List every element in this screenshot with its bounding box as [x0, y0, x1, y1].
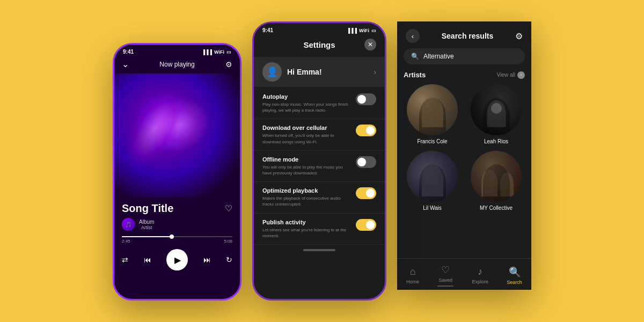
artist-name-3: Lil Wais — [423, 205, 442, 211]
user-row[interactable]: 👤 Hi Emma! › — [254, 57, 385, 87]
artist-row: 🎵 Album Artist — [122, 218, 232, 231]
nav-search[interactable]: 🔍 Search — [507, 266, 522, 285]
album-name: Album — [139, 219, 154, 225]
search-input-row: 🔍 Alternative — [397, 48, 531, 71]
play-button[interactable]: ▶ — [166, 249, 188, 270]
toggle-offline[interactable] — [356, 156, 376, 168]
toggle-thumb-autoplay — [357, 95, 366, 104]
search-label: Search — [507, 280, 522, 285]
battery-icon: ▭ — [226, 49, 231, 55]
toggle-thumb-cellular — [366, 126, 375, 135]
home-icon: ⌂ — [410, 266, 416, 277]
phone-search: ‹ Search results ⚙ 🔍 Alternative Artists… — [397, 21, 531, 290]
time-elapsed: 2:45 — [122, 239, 130, 244]
settings-item-offline: Offline mode You will only be able to pl… — [254, 151, 385, 182]
top-bar-1: ⌄ Now playing ⚙ — [114, 57, 240, 74]
artist-card-3[interactable]: Lil Wais — [404, 151, 461, 211]
settings-item-playback: Optimized playback Makes the playback of… — [254, 182, 385, 213]
time-row: 2:45 5:08 — [122, 239, 232, 244]
artist-card-4[interactable]: MY Collective — [467, 151, 525, 211]
search-nav-icon: 🔍 — [509, 266, 521, 278]
status-bar-1: 9:41 ▐▐▐ WiFi ▭ — [114, 45, 240, 57]
progress-fill — [122, 236, 172, 237]
saved-label: Saved — [439, 277, 453, 283]
song-title: Song Title — [122, 202, 173, 215]
close-button[interactable]: ✕ — [364, 39, 376, 50]
settings-header: Settings ✕ — [254, 35, 385, 57]
user-avatar: 👤 — [262, 62, 282, 82]
settings-item-text-activity: Publish activity Let others see what you… — [262, 219, 349, 239]
settings-item-text-playback: Optimized playback Makes the playback of… — [262, 187, 349, 207]
progress-area[interactable]: 2:45 5:08 — [114, 233, 240, 247]
settings-item-text-autoplay: Autoplay Play non-stop music. When your … — [262, 93, 349, 113]
song-title-row: Song Title ♡ — [122, 202, 232, 215]
prev-icon[interactable]: ⏮ — [144, 255, 151, 264]
repeat-icon[interactable]: ↻ — [226, 255, 232, 264]
toggle-activity[interactable] — [356, 219, 376, 231]
progress-track[interactable] — [122, 236, 232, 237]
bottom-nav: ⌂ Home ♡ Saved ♪ Explore 🔍 Search — [397, 258, 531, 290]
artist-photo-3 — [407, 151, 458, 202]
user-left: 👤 Hi Emma! — [262, 62, 322, 82]
nav-saved[interactable]: ♡ Saved — [437, 264, 453, 287]
settings-title: Settings — [274, 40, 364, 49]
view-all-label: View all — [497, 72, 515, 78]
controls-row: ⇄ ⏮ ▶ ⏭ ↻ — [114, 247, 240, 276]
time-total: 5:08 — [224, 239, 232, 244]
phone-nowplaying: 9:41 ▐▐▐ WiFi ▭ ⌄ Now playing ⚙ Song Tit… — [113, 43, 241, 301]
status-icons-2: ▐▐▐ WiFi ▭ — [347, 28, 376, 33]
artists-grid: Francis Cole Leah Rios Lil Wais — [404, 84, 525, 211]
autoplay-title: Autoplay — [262, 93, 349, 100]
scroll-indicator — [303, 249, 335, 251]
artists-label: Artists — [404, 71, 426, 79]
search-results-title: Search results — [420, 32, 515, 40]
nav-underline-saved — [437, 286, 453, 287]
search-input-box[interactable]: 🔍 Alternative — [404, 48, 525, 64]
nav-explore[interactable]: ♪ Explore — [472, 266, 489, 284]
search-query-text: Alternative — [423, 53, 454, 60]
settings-icon-3[interactable]: ⚙ — [515, 31, 523, 41]
status-bar-2: 9:41 ▐▐▐ WiFi ▭ — [254, 23, 385, 35]
next-icon[interactable]: ⏭ — [203, 255, 211, 264]
artist-name-2: Leah Rios — [484, 138, 508, 144]
toggle-thumb-activity — [366, 221, 375, 229]
signal-icon-2: ▐▐▐ — [347, 28, 357, 33]
toggle-playback[interactable] — [356, 187, 376, 199]
search-header: ‹ Search results ⚙ — [397, 21, 531, 48]
status-time-1: 9:41 — [123, 49, 134, 55]
battery-icon-2: ▭ — [371, 28, 376, 33]
artists-header: Artists View all › — [404, 71, 525, 79]
autoplay-desc: Play non-stop music. When your songs fin… — [262, 101, 349, 113]
cellular-title: Download over cellular — [262, 125, 349, 131]
user-greeting: Hi Emma! — [287, 68, 322, 76]
artist-photo-1 — [407, 84, 458, 135]
artist-card-2[interactable]: Leah Rios — [467, 84, 525, 144]
artist-photo-2 — [471, 84, 522, 135]
toggle-thumb-offline — [357, 158, 366, 166]
artist-info: Album Artist — [139, 219, 154, 230]
nav-home[interactable]: ⌂ Home — [406, 266, 419, 284]
saved-icon: ♡ — [441, 264, 450, 276]
artist-photo-4 — [471, 151, 522, 202]
playback-desc: Makes the playback of consecutive audio … — [262, 195, 349, 207]
view-all-button[interactable]: View all › — [497, 71, 525, 79]
offline-desc: You will only be able to play the music … — [262, 164, 349, 176]
playback-title: Optimized playback — [262, 187, 349, 194]
activity-title: Publish activity — [262, 219, 349, 225]
settings-icon-1[interactable]: ⚙ — [225, 60, 232, 69]
settings-item-text-cellular: Download over cellular When turned off, … — [262, 125, 349, 144]
artist-card-1[interactable]: Francis Cole — [404, 84, 461, 144]
back-button[interactable]: ‹ — [406, 29, 420, 43]
toggle-cellular[interactable] — [356, 125, 376, 136]
toggle-autoplay[interactable] — [356, 93, 376, 105]
chevron-down-icon[interactable]: ⌄ — [122, 59, 129, 69]
settings-item-autoplay: Autoplay Play non-stop music. When your … — [254, 88, 385, 119]
offline-title: Offline mode — [262, 156, 349, 163]
progress-thumb — [170, 235, 174, 239]
song-info-area: Song Title ♡ 🎵 Album Artist — [114, 197, 240, 233]
shuffle-icon[interactable]: ⇄ — [122, 255, 128, 264]
toggle-thumb-playback — [366, 189, 375, 197]
heart-icon[interactable]: ♡ — [225, 203, 232, 214]
artist-name-1: Francis Cole — [417, 138, 447, 144]
status-icons-1: ▐▐▐ WiFi ▭ — [202, 49, 231, 55]
